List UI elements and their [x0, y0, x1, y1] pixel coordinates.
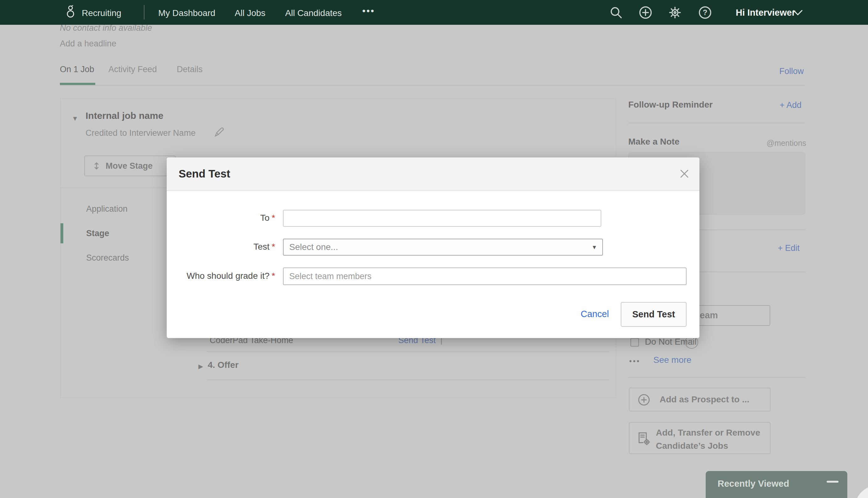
minimize-icon[interactable]	[827, 481, 839, 483]
modal-title: Send Test	[179, 168, 230, 180]
to-label: To*	[167, 213, 275, 223]
test-label: Test*	[167, 242, 275, 252]
nav-brand[interactable]: Recruiting	[82, 8, 121, 18]
user-menu[interactable]: Hi Interviewer	[736, 8, 795, 18]
send-test-submit-button[interactable]: Send Test	[621, 302, 687, 327]
nav-all-jobs[interactable]: All Jobs	[235, 8, 266, 18]
search-icon[interactable]	[609, 6, 623, 19]
nav-my-dashboard[interactable]: My Dashboard	[158, 8, 215, 18]
test-select-value: Select one...	[289, 242, 593, 252]
nav-more-icon[interactable]: •••	[362, 6, 375, 16]
required-asterisk: *	[272, 242, 275, 251]
help-icon[interactable]: ?	[698, 6, 712, 19]
test-select[interactable]: Select one... ▾	[283, 239, 603, 255]
greenhouse-logo-icon[interactable]	[64, 5, 77, 18]
top-navbar: Recruiting My Dashboard All Jobs All Can…	[0, 0, 868, 25]
required-asterisk: *	[272, 271, 275, 281]
nav-divider	[144, 5, 145, 19]
chevron-down-icon[interactable]	[793, 10, 803, 16]
dropdown-arrow-icon: ▾	[593, 243, 596, 251]
quick-add-icon[interactable]	[639, 6, 652, 19]
close-icon[interactable]	[678, 168, 691, 180]
svg-text:?: ?	[703, 8, 708, 17]
modal-header: Send Test	[167, 157, 700, 191]
gear-icon[interactable]	[668, 6, 682, 19]
screen: Recruiting My Dashboard All Jobs All Can…	[0, 0, 868, 498]
required-asterisk: *	[272, 213, 275, 223]
recently-viewed-title: Recently Viewed	[718, 479, 789, 489]
cancel-button[interactable]: Cancel	[581, 309, 609, 319]
to-input[interactable]	[283, 210, 601, 227]
grader-label: Who should grade it?*	[167, 271, 275, 281]
recently-viewed-panel[interactable]: Recently Viewed	[706, 471, 847, 498]
send-test-modal: Send Test To* Test* Select one... ▾ Who …	[167, 157, 700, 338]
nav-all-candidates[interactable]: All Candidates	[285, 8, 342, 18]
grader-input[interactable]	[283, 267, 687, 285]
